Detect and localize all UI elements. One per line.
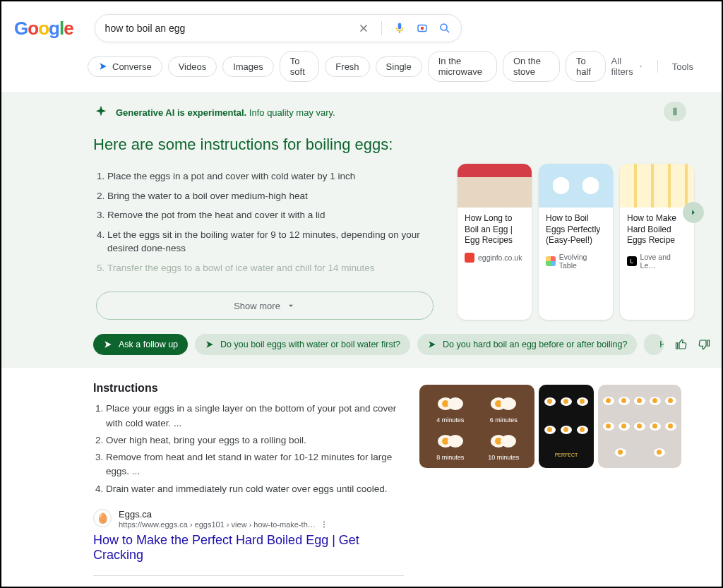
result-link[interactable]: How to Make the Perfect Hard Boiled Egg … [93, 533, 404, 563]
filter-chips-row: Converse Videos Images To soft Fresh Sin… [1, 42, 722, 92]
chip-to-soft[interactable]: To soft [280, 51, 320, 82]
sge-source-card[interactable]: How to Make Hard Boiled Eggs Recipe -… L… [620, 164, 694, 320]
thumbs-up-icon[interactable] [675, 338, 688, 351]
sge-panel: Generative AI is experimental. Info qual… [1, 92, 722, 368]
chip-single[interactable]: Single [376, 56, 422, 77]
sge-collapse-button[interactable] [664, 102, 686, 121]
show-more-button[interactable]: Show more [96, 292, 434, 320]
svg-point-5 [323, 526, 325, 527]
snippet-heading: Instructions [93, 382, 404, 395]
source-favicon: 🥚 [93, 509, 112, 527]
source-name: Eggs.ca [119, 509, 328, 520]
svg-point-3 [323, 521, 325, 522]
all-filters-button[interactable]: All filters [611, 56, 643, 77]
thumbs-down-icon[interactable] [698, 338, 710, 351]
chip-on-stove[interactable]: On the stove [503, 51, 560, 82]
snippet-steps: Place your eggs in a single layer on the… [93, 402, 404, 496]
sge-steps: Place the eggs in a pot and cover with c… [93, 169, 446, 275]
followup-suggestion[interactable]: Do you hard boil an egg before or after … [417, 334, 637, 355]
ask-followup-button[interactable]: Ask a follow up [93, 334, 188, 355]
search-bar[interactable] [95, 14, 462, 42]
sge-title: Here are some instructions for boiling e… [93, 136, 686, 154]
chip-fresh[interactable]: Fresh [325, 56, 369, 77]
clear-icon[interactable] [357, 22, 370, 35]
followup-suggestion[interactable]: How long do [644, 334, 664, 355]
followup-suggestion[interactable]: Do you boil eggs with water or boil wate… [195, 334, 410, 355]
search-input[interactable] [105, 23, 357, 34]
sge-notice: Generative AI is experimental. Info qual… [116, 107, 335, 118]
cards-next-button[interactable] [683, 202, 704, 223]
sge-source-card[interactable]: How Long to Boil an Egg | Egg Recipes -…… [458, 164, 532, 320]
chip-microwave[interactable]: In the microwave [428, 51, 497, 82]
chip-to-half[interactable]: To half [566, 51, 606, 82]
chip-videos[interactable]: Videos [168, 56, 217, 77]
svg-point-2 [441, 24, 447, 30]
svg-point-4 [323, 524, 325, 525]
search-icon[interactable] [438, 22, 451, 35]
svg-point-1 [420, 27, 424, 30]
mic-icon[interactable] [393, 22, 406, 35]
snippet-images[interactable]: 4 minutes 6 minutes 8 minutes 10 minutes… [419, 385, 681, 468]
sge-source-card[interactable]: How to Boil Eggs Perfectly (Easy-Peel!) … [539, 164, 613, 320]
tools-button[interactable]: Tools [672, 61, 693, 72]
lens-icon[interactable] [416, 22, 429, 35]
google-logo[interactable]: Google [14, 18, 73, 40]
chip-converse[interactable]: Converse [88, 56, 162, 77]
more-icon[interactable] [320, 520, 328, 529]
source-url: https://www.eggs.ca › eggs101 › view › h… [119, 520, 328, 529]
chip-images[interactable]: Images [222, 56, 274, 77]
sparkle-icon [93, 104, 109, 120]
